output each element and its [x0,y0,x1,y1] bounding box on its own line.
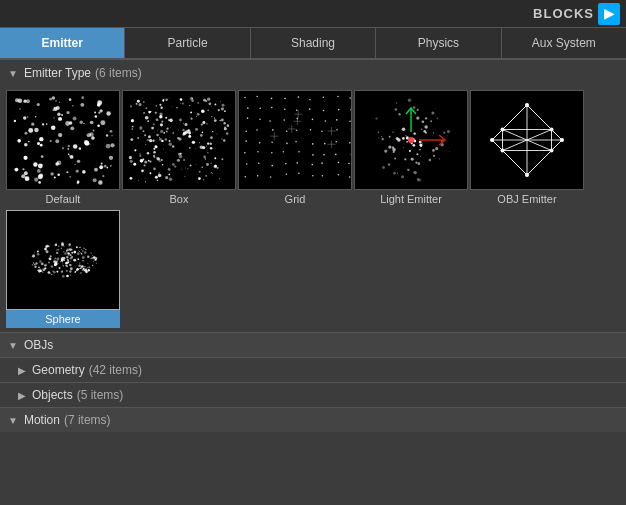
emitter-item-obj-emitter[interactable]: OBJ Emitter [470,90,584,208]
motion-header[interactable]: ▼ Motion (7 items) [0,407,626,432]
emitter-label-box: Box [122,190,236,208]
top-bar: BLOCKS ▶ [0,0,626,28]
emitter-type-label: Emitter Type [24,66,91,80]
emitter-label-light-emitter: Light Emitter [354,190,468,208]
tab-aux-system[interactable]: Aux System [502,28,626,58]
emitter-label-sphere: Sphere [6,310,120,328]
emitter-item-box[interactable]: Box [122,90,236,208]
emitter-type-grid: Default Box Grid Light Emitter OBJ Emitt… [0,86,626,332]
emitter-preview-box [122,90,236,190]
tab-physics[interactable]: Physics [376,28,501,58]
emitter-preview-default [6,90,120,190]
objs-section: ▼ OBJs ▶ Geometry (42 items) ▶ Objects (… [0,332,626,407]
emitter-type-arrow-icon: ▼ [8,68,18,79]
emitter-preview-obj-emitter [470,90,584,190]
objs-label: OBJs [24,338,53,352]
tab-particle[interactable]: Particle [125,28,250,58]
emitter-item-light-emitter[interactable]: Light Emitter [354,90,468,208]
motion-label: Motion [24,413,60,427]
motion-count: (7 items) [64,413,111,427]
objs-arrow-icon: ▼ [8,340,18,351]
emitter-type-header[interactable]: ▼ Emitter Type (6 items) [0,60,626,86]
tab-shading[interactable]: Shading [251,28,376,58]
emitter-preview-light-emitter [354,90,468,190]
geometry-arrow-icon: ▶ [18,365,26,376]
blocks-label: BLOCKS [533,6,594,21]
objects-label: Objects [32,388,73,402]
geometry-label: Geometry [32,363,85,377]
emitter-item-default[interactable]: Default [6,90,120,208]
objs-header[interactable]: ▼ OBJs [0,332,626,357]
emitter-label-obj-emitter: OBJ Emitter [470,190,584,208]
geometry-count: (42 items) [89,363,142,377]
objects-count: (5 items) [77,388,124,402]
emitter-label-grid: Grid [238,190,352,208]
blocks-button[interactable]: ▶ [598,3,620,25]
objs-objects-item[interactable]: ▶ Objects (5 items) [0,382,626,407]
objs-geometry-item[interactable]: ▶ Geometry (42 items) [0,357,626,382]
emitter-item-grid[interactable]: Grid [238,90,352,208]
tab-bar: Emitter Particle Shading Physics Aux Sys… [0,28,626,60]
emitter-preview-grid [238,90,352,190]
emitter-type-count: (6 items) [95,66,142,80]
emitter-item-sphere[interactable]: Sphere [6,210,120,328]
motion-arrow-icon: ▼ [8,415,18,426]
tab-emitter[interactable]: Emitter [0,28,125,58]
emitter-preview-sphere [6,210,120,310]
objects-arrow-icon: ▶ [18,390,26,401]
emitter-label-default: Default [6,190,120,208]
